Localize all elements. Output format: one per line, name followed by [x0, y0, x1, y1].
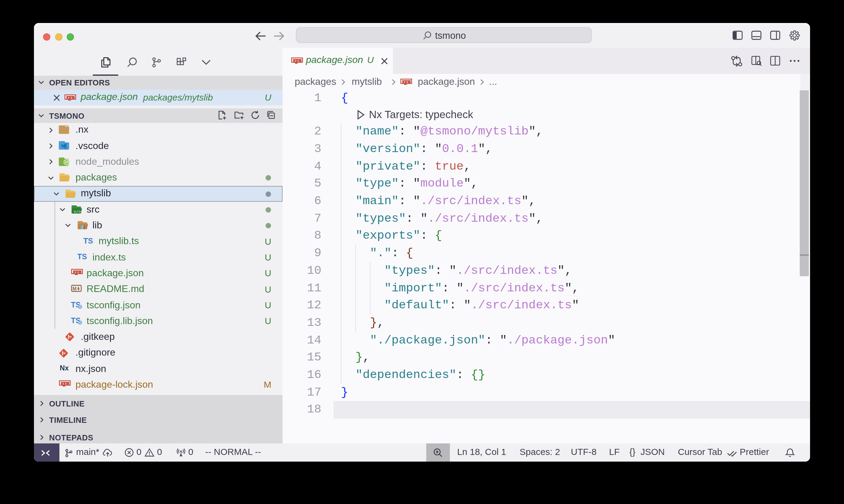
svg-text:</>: </>	[74, 210, 81, 214]
svg-text:Nx: Nx	[60, 364, 69, 371]
svg-text:JS: JS	[65, 160, 69, 164]
svg-text:M: M	[72, 286, 76, 291]
svg-text:TS: TS	[77, 253, 87, 260]
svg-text:TS: TS	[83, 237, 93, 245]
